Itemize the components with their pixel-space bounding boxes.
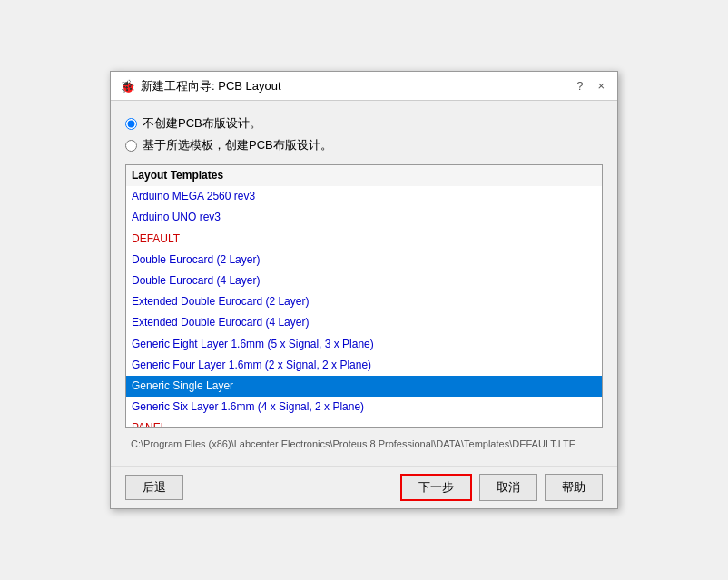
help-footer-button[interactable]: 帮助 (545, 474, 603, 501)
radio-from-template-input[interactable] (125, 140, 137, 152)
list-item[interactable]: DEFAULT (126, 229, 602, 250)
dialog-title: 新建工程向导: PCB Layout (141, 78, 281, 94)
template-list[interactable]: Layout Templates Arduino MEGA 2560 rev3A… (125, 164, 603, 428)
list-item[interactable]: Generic Six Layer 1.6mm (4 x Signal, 2 x… (126, 397, 602, 418)
back-button[interactable]: 后退 (125, 475, 183, 500)
radio-from-template[interactable]: 基于所选模板，创建PCB布版设计。 (125, 137, 603, 153)
list-header: Layout Templates (126, 165, 602, 186)
titlebar: 🐞 新建工程向导: PCB Layout ? × (111, 72, 617, 101)
list-item[interactable]: Generic Eight Layer 1.6mm (5 x Signal, 3… (126, 334, 602, 355)
list-item[interactable]: Generic Single Layer (126, 376, 602, 397)
status-path: C:\Program Files (x86)\Labcenter Electro… (125, 435, 603, 453)
radio-no-pcb[interactable]: 不创建PCB布版设计。 (125, 115, 603, 132)
radio-from-template-label: 基于所选模板，创建PCB布版设计。 (143, 137, 332, 153)
dialog-icon: 🐞 (120, 79, 135, 93)
titlebar-left: 🐞 新建工程向导: PCB Layout (120, 78, 281, 94)
list-item[interactable]: Extended Double Eurocard (2 Layer) (126, 291, 602, 312)
list-item[interactable]: Double Eurocard (4 Layer) (126, 270, 602, 291)
radio-no-pcb-input[interactable] (125, 118, 137, 130)
help-button[interactable]: ? (573, 79, 586, 93)
list-item[interactable]: Arduino MEGA 2560 rev3 (126, 186, 602, 207)
radio-no-pcb-label: 不创建PCB布版设计。 (143, 115, 261, 132)
next-button[interactable]: 下一步 (400, 474, 472, 501)
footer-right: 下一步 取消 帮助 (400, 474, 603, 501)
dialog-body: 不创建PCB布版设计。 基于所选模板，创建PCB布版设计。 Layout Tem… (111, 101, 617, 462)
list-item[interactable]: Extended Double Eurocard (4 Layer) (126, 312, 602, 333)
main-dialog: 🐞 新建工程向导: PCB Layout ? × 不创建PCB布版设计。 基于所… (110, 71, 618, 509)
list-item[interactable]: Arduino UNO rev3 (126, 207, 602, 228)
cancel-button[interactable]: 取消 (479, 474, 537, 501)
titlebar-controls: ? × (573, 79, 608, 93)
footer-left: 后退 (125, 475, 183, 500)
dialog-footer: 后退 下一步 取消 帮助 (111, 466, 617, 508)
radio-group: 不创建PCB布版设计。 基于所选模板，创建PCB布版设计。 (125, 115, 603, 153)
close-button[interactable]: × (594, 79, 608, 93)
list-item[interactable]: Generic Four Layer 1.6mm (2 x Signal, 2 … (126, 355, 602, 376)
list-item[interactable]: PANEL (126, 418, 602, 428)
list-item[interactable]: Double Eurocard (2 Layer) (126, 250, 602, 270)
